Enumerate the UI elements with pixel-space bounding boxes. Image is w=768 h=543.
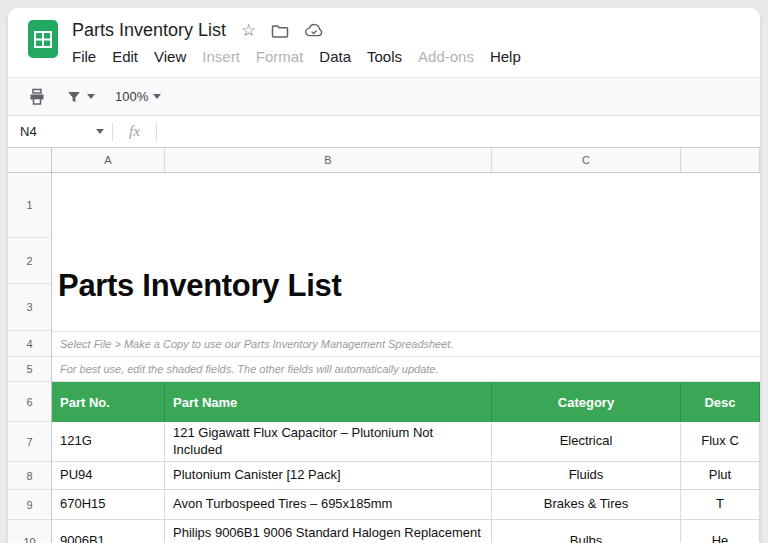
note-cell-1[interactable]: Select File > Make a Copy to use our Par… <box>52 331 760 357</box>
cell-d7[interactable]: Flux C <box>681 422 760 462</box>
name-box[interactable]: N4 <box>8 116 112 147</box>
spreadsheet-window: Parts Inventory List ☆ File Edit Vi <box>8 8 760 543</box>
column-header-row: A B C <box>8 148 760 173</box>
document-title[interactable]: Parts Inventory List <box>72 20 226 41</box>
row-header-9[interactable]: 9 <box>8 490 52 520</box>
cell-a9[interactable]: 670H15 <box>52 490 165 520</box>
row-header-1[interactable]: 1 <box>8 173 52 238</box>
menu-data[interactable]: Data <box>319 48 351 65</box>
cell-c10[interactable]: Bulbs <box>492 520 681 543</box>
empty-cells-row2[interactable] <box>52 238 760 284</box>
cell-b9[interactable]: Avon Turbospeed Tires – 695x185mm <box>165 490 492 520</box>
cell-b7[interactable]: 121 Gigawatt Flux Capacitor – Plutonium … <box>165 422 492 462</box>
row-4: 4 Select File > Make a Copy to use our P… <box>8 331 760 357</box>
row-header-4[interactable]: 4 <box>8 331 52 357</box>
caret-down-icon <box>153 94 161 99</box>
row-header-5[interactable]: 5 <box>8 357 52 382</box>
caret-down-icon <box>87 94 95 99</box>
cloud-status-icon[interactable] <box>304 23 324 38</box>
column-header-d[interactable] <box>681 148 760 173</box>
menu-insert[interactable]: Insert <box>202 48 240 65</box>
menu-addons[interactable]: Add-ons <box>418 48 474 65</box>
column-header-c[interactable]: C <box>492 148 681 173</box>
column-header-a[interactable]: A <box>52 148 165 173</box>
row-8: 8 PU94 Plutonium Canister [12 Pack] Flui… <box>8 462 760 490</box>
cell-a7[interactable]: 121G <box>52 422 165 462</box>
row-9: 9 670H15 Avon Turbospeed Tires – 695x185… <box>8 490 760 520</box>
sheets-logo[interactable] <box>28 20 58 58</box>
cell-d10[interactable]: He <box>681 520 760 543</box>
menu-tools[interactable]: Tools <box>367 48 402 65</box>
row-header-8[interactable]: 8 <box>8 462 52 490</box>
row-3: 3 <box>8 284 760 331</box>
row-1: 1 <box>8 173 760 238</box>
caret-down-icon <box>96 129 104 134</box>
menu-view[interactable]: View <box>154 48 186 65</box>
row-7: 7 121G 121 Gigawatt Flux Capacitor – Plu… <box>8 422 760 462</box>
row-5: 5 For best use, edit the shaded fields. … <box>8 357 760 382</box>
column-header-b[interactable]: B <box>165 148 492 173</box>
empty-cells-row3[interactable] <box>52 284 760 331</box>
menu-file[interactable]: File <box>72 48 96 65</box>
cell-c8[interactable]: Fluids <box>492 462 681 490</box>
row-6: 6 Part No. Part Name Category Desc <box>8 382 760 422</box>
sheets-logo-icon <box>28 20 58 58</box>
formula-bar: N4 fx <box>8 116 760 148</box>
table-header-part-no[interactable]: Part No. <box>52 382 165 422</box>
cell-c7[interactable]: Electrical <box>492 422 681 462</box>
row-header-10[interactable]: 10 <box>8 520 52 543</box>
menu-edit[interactable]: Edit <box>112 48 138 65</box>
title-area: Parts Inventory List ☆ File Edit Vi <box>72 18 521 77</box>
row-10: 10 9006B1 Philips 9006B1 9006 Standard H… <box>8 520 760 543</box>
divider <box>112 123 113 141</box>
cell-a8[interactable]: PU94 <box>52 462 165 490</box>
empty-cells-row1[interactable] <box>52 173 760 238</box>
menubar: File Edit View Insert Format Data Tools … <box>72 48 521 65</box>
menu-help[interactable]: Help <box>490 48 521 65</box>
table-header-part-name[interactable]: Part Name <box>165 382 492 422</box>
fx-icon: fx <box>129 123 140 140</box>
divider <box>156 123 157 141</box>
zoom-value: 100% <box>115 89 148 104</box>
select-all-corner[interactable] <box>8 148 52 173</box>
table-header-category[interactable]: Category <box>492 382 681 422</box>
cell-b8[interactable]: Plutonium Canister [12 Pack] <box>165 462 492 490</box>
cell-a10[interactable]: 9006B1 <box>52 520 165 543</box>
move-folder-icon[interactable] <box>271 23 289 38</box>
menu-format[interactable]: Format <box>256 48 304 65</box>
filter-button[interactable] <box>66 89 95 105</box>
star-icon[interactable]: ☆ <box>241 22 256 39</box>
cell-d9[interactable]: T <box>681 490 760 520</box>
row-2: 2 <box>8 238 760 284</box>
row-header-7[interactable]: 7 <box>8 422 52 462</box>
toolbar: 100% <box>8 78 760 116</box>
cell-reference: N4 <box>20 124 37 139</box>
table-header-description[interactable]: Desc <box>681 382 760 422</box>
row-header-3[interactable]: 3 <box>8 284 52 331</box>
row-header-6[interactable]: 6 <box>8 382 52 422</box>
app-header: Parts Inventory List ☆ File Edit Vi <box>8 8 760 78</box>
note-cell-2[interactable]: For best use, edit the shaded fields. Th… <box>52 357 760 382</box>
filter-icon <box>66 89 82 105</box>
cell-b10[interactable]: Philips 9006B1 9006 Standard Halogen Rep… <box>165 520 492 543</box>
print-button[interactable] <box>28 88 46 106</box>
cell-c9[interactable]: Brakes & Tires <box>492 490 681 520</box>
sheet-grid: A B C 1 2 3 4 Select File > Make a Copy … <box>8 148 760 543</box>
row-header-2[interactable]: 2 <box>8 238 52 284</box>
cell-d8[interactable]: Plut <box>681 462 760 490</box>
zoom-select[interactable]: 100% <box>115 89 161 104</box>
print-icon <box>28 88 46 106</box>
